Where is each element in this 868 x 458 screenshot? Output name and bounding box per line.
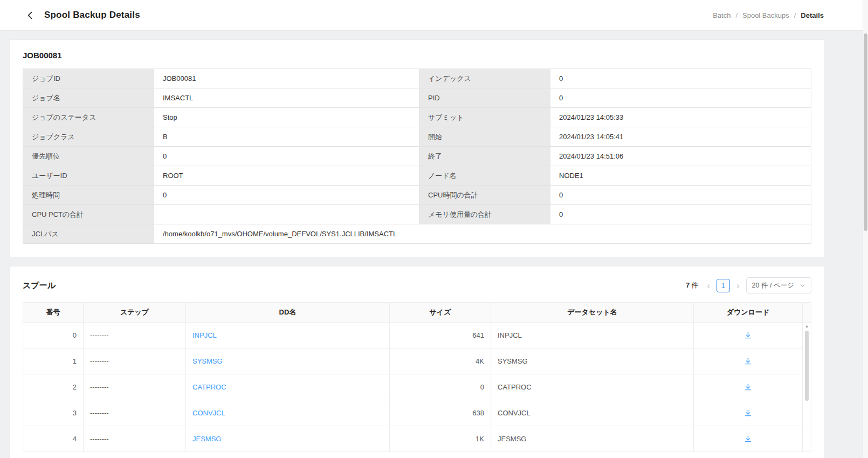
cell-size: 638	[390, 400, 491, 426]
breadcrumb-item-spool-backups[interactable]: Spool Backups	[742, 11, 789, 19]
detail-value	[154, 205, 419, 224]
col-header-step: ステップ	[84, 303, 186, 323]
detail-label: PID	[419, 88, 550, 108]
col-header-dataset-name: データセット名	[491, 303, 694, 323]
detail-value: NODE1	[550, 166, 811, 186]
detail-label: ユーザーID	[23, 166, 154, 186]
cell-dataset-name: INPJCL	[491, 323, 694, 348]
total-count-text: 7件	[686, 281, 698, 290]
cell-step: --------	[84, 400, 186, 426]
col-header-dd-name: DD名	[186, 303, 390, 323]
detail-label-jcl-path: JCLパス	[23, 224, 154, 244]
detail-label: ジョブのステータス	[23, 108, 154, 127]
cell-number: 2	[23, 374, 84, 400]
detail-label: CPU PCTの合計	[23, 205, 154, 224]
page-header: Spool Backup Details Batch / Spool Backu…	[0, 0, 868, 31]
cell-number: 4	[23, 426, 84, 452]
next-page-button[interactable]: ›	[735, 281, 741, 290]
col-header-download: ダウンロード	[694, 303, 803, 323]
download-icon[interactable]	[741, 433, 755, 445]
spool-table: 番号 ステップ DD名 サイズ データセット名 ダウンロード 0 -------…	[23, 302, 811, 452]
scrollbar-gutter	[803, 400, 811, 426]
download-icon[interactable]	[741, 330, 755, 341]
page-scrollbar[interactable]	[863, 0, 868, 458]
cell-dataset-name: JESMSG	[491, 426, 694, 452]
detail-label: ジョブ名	[23, 88, 154, 108]
dd-name-link[interactable]: JESMSG	[192, 435, 221, 443]
detail-label: インデックス	[419, 69, 550, 88]
cell-step: --------	[84, 348, 186, 374]
detail-value: 0	[550, 69, 811, 88]
table-row: 3 -------- CONVJCL 638 CONVJCL	[23, 400, 811, 426]
cell-size: 0	[390, 374, 491, 400]
cell-size: 4K	[390, 348, 491, 374]
col-header-size: サイズ	[390, 303, 491, 323]
cell-number: 1	[23, 348, 84, 374]
cell-number: 3	[23, 400, 84, 426]
detail-value: 2024/01/23 14:05:33	[550, 108, 811, 127]
dd-name-link[interactable]: SYSMSG	[192, 357, 223, 365]
cell-size: 1K	[390, 426, 491, 452]
cell-dataset-name: CONVJCL	[491, 400, 694, 426]
page-scrollbar-thumb[interactable]	[864, 33, 867, 231]
table-row: 1 -------- SYSMSG 4K SYSMSG	[23, 348, 811, 374]
detail-value: IMSACTL	[154, 88, 419, 108]
spool-controls: 7件 ‹ 1 › 20 件 / ページ	[686, 277, 811, 293]
detail-label: CPU時間の合計	[419, 186, 550, 205]
download-icon[interactable]	[741, 407, 755, 419]
table-row: 2 -------- CATPROC 0 CATPROC	[23, 374, 811, 400]
detail-value: 0	[550, 205, 811, 224]
detail-label: メモリ使用量の合計	[419, 205, 550, 224]
total-count: 7	[686, 281, 690, 289]
detail-value: Stop	[154, 108, 419, 127]
cell-dataset-name: CATPROC	[491, 374, 694, 400]
breadcrumb-separator: /	[794, 11, 796, 19]
scrollbar-gutter	[803, 426, 811, 452]
detail-value: 0	[550, 88, 811, 108]
detail-label: 処理時間	[23, 186, 154, 205]
page-size-select[interactable]: 20 件 / ページ	[746, 277, 811, 293]
job-details-card: JOB00081 ジョブID JOB00081 インデックス 0 ジョブ名 IM…	[9, 39, 825, 257]
cell-dataset-name: SYSMSG	[491, 348, 694, 374]
detail-label: 終了	[419, 147, 550, 166]
spool-title: スプール	[23, 281, 56, 291]
spool-card: スプール 7件 ‹ 1 › 20 件 / ページ	[9, 266, 825, 458]
current-page-button[interactable]: 1	[717, 279, 730, 292]
detail-value: 0	[154, 147, 419, 166]
download-icon[interactable]	[741, 381, 755, 393]
chevron-left-icon	[26, 11, 35, 20]
table-row: 0 -------- INPJCL 641 INPJCL	[23, 323, 811, 348]
page-title: Spool Backup Details	[44, 10, 140, 20]
breadcrumb-item-batch[interactable]: Batch	[713, 11, 731, 19]
prev-page-button[interactable]: ‹	[706, 281, 711, 290]
table-scrollbar-thumb[interactable]	[805, 331, 809, 401]
table-row: 4 -------- JESMSG 1K JESMSG	[23, 426, 811, 452]
dd-name-link[interactable]: CONVJCL	[192, 409, 225, 417]
table-scrollbar[interactable]: ▴	[803, 323, 811, 401]
scroll-up-icon[interactable]: ▴	[803, 323, 811, 330]
detail-value: 2024/01/23 14:05:41	[550, 127, 811, 147]
cell-number: 0	[23, 323, 84, 348]
detail-label: サブミット	[419, 108, 550, 127]
main-content: JOB00081 ジョブID JOB00081 インデックス 0 ジョブ名 IM…	[0, 31, 868, 458]
breadcrumb-item-details: Details	[801, 11, 824, 19]
header-left: Spool Backup Details	[25, 10, 140, 21]
job-details-table: ジョブID JOB00081 インデックス 0 ジョブ名 IMSACTL PID…	[23, 69, 811, 244]
col-header-number: 番号	[23, 303, 84, 323]
page-size-value: 20 件 / ページ	[752, 281, 794, 290]
detail-label: 優先順位	[23, 147, 154, 166]
detail-value: 2024/01/23 14:51:06	[550, 147, 811, 166]
download-icon[interactable]	[741, 356, 755, 367]
detail-label: ジョブクラス	[23, 127, 154, 147]
detail-label: ジョブID	[23, 69, 154, 88]
detail-value: 0	[154, 186, 419, 205]
cell-size: 641	[390, 323, 491, 348]
dd-name-link[interactable]: CATPROC	[192, 383, 226, 391]
total-unit: 件	[691, 281, 698, 289]
spool-table-wrap: 番号 ステップ DD名 サイズ データセット名 ダウンロード 0 -------…	[23, 302, 811, 452]
dd-name-link[interactable]: INPJCL	[192, 331, 217, 339]
detail-value: JOB00081	[154, 69, 419, 88]
back-button[interactable]	[25, 10, 36, 21]
spool-header-row: スプール 7件 ‹ 1 › 20 件 / ページ	[23, 277, 811, 293]
table-header-row: 番号 ステップ DD名 サイズ データセット名 ダウンロード	[23, 303, 811, 323]
